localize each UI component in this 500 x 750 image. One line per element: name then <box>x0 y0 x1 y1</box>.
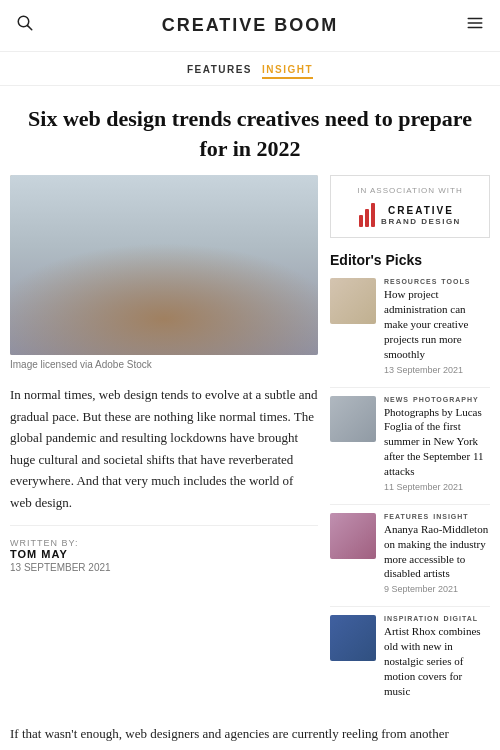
pick-tag: DIGITAL <box>444 615 478 622</box>
site-title: CREATIVE BOOM <box>34 15 466 36</box>
pick-meta-1: NEWSPHOTOGRAPHYPhotographs by Lucas Fogl… <box>384 396 490 492</box>
bar-1 <box>359 215 363 227</box>
pick-tag: TOOLS <box>441 278 470 285</box>
pick-thumb-0 <box>330 278 376 324</box>
pick-tag: PHOTOGRAPHY <box>413 396 479 403</box>
pick-item-1[interactable]: NEWSPHOTOGRAPHYPhotographs by Lucas Fogl… <box>330 396 490 492</box>
breadcrumb: FEATURES INSIGHT <box>0 52 500 86</box>
svg-line-1 <box>28 26 32 30</box>
bar-2 <box>365 209 369 227</box>
author-label: WRITTEN BY: <box>10 538 318 548</box>
editors-picks-list: RESOURCESTOOLSHow project administration… <box>330 278 490 701</box>
article-date: 13 SEPTEMBER 2021 <box>10 562 318 573</box>
pick-thumb-3 <box>330 615 376 661</box>
article-body-1: In normal times, web design tends to evo… <box>10 378 318 513</box>
pick-divider <box>330 504 490 505</box>
pick-item-3[interactable]: INSPIRATIONDIGITALArtist Rhox combines o… <box>330 615 490 701</box>
content-area: Image licensed via Adobe Stock In normal… <box>0 175 500 713</box>
pick-divider <box>330 606 490 607</box>
brand-sub: BRAND DESIGN <box>381 217 461 227</box>
image-caption: Image licensed via Adobe Stock <box>10 355 318 378</box>
brand-bars-icon <box>359 203 375 227</box>
editors-picks-title: Editor's Picks <box>330 252 490 268</box>
main-column: Image licensed via Adobe Stock In normal… <box>10 175 318 713</box>
pick-date: 9 September 2021 <box>384 584 490 594</box>
association-label: IN ASSOCIATION WITH <box>339 186 481 195</box>
pick-tag: NEWS <box>384 396 409 403</box>
site-header: CREATIVE BOOM <box>0 0 500 52</box>
brand-name-block: CREATIVE BRAND DESIGN <box>381 205 461 227</box>
association-box: IN ASSOCIATION WITH CREATIVE BRAND DESIG… <box>330 175 490 238</box>
pick-tag: RESOURCES <box>384 278 437 285</box>
breadcrumb-features[interactable]: FEATURES <box>187 62 252 79</box>
bar-3 <box>371 203 375 227</box>
pick-tag: FEATURES <box>384 513 429 520</box>
pick-meta-0: RESOURCESTOOLSHow project administration… <box>384 278 490 374</box>
pick-item-2[interactable]: FEATURESINSIGHTAnanya Rao-Middleton on m… <box>330 513 490 594</box>
breadcrumb-insight[interactable]: INSIGHT <box>262 62 313 79</box>
main-image <box>10 175 318 355</box>
pick-divider <box>330 387 490 388</box>
brand-name: CREATIVE <box>381 205 461 217</box>
pick-meta-2: FEATURESINSIGHTAnanya Rao-Middleton on m… <box>384 513 490 594</box>
pick-thumb-2 <box>330 513 376 559</box>
author-block: WRITTEN BY: TOM MAY 13 SEPTEMBER 2021 <box>10 525 318 579</box>
pick-item-0[interactable]: RESOURCESTOOLSHow project administration… <box>330 278 490 374</box>
pick-title[interactable]: Photographs by Lucas Foglia of the first… <box>384 405 490 479</box>
pick-tag: INSIGHT <box>433 513 468 520</box>
pick-meta-3: INSPIRATIONDIGITALArtist Rhox combines o… <box>384 615 490 701</box>
pick-tag: INSPIRATION <box>384 615 440 622</box>
pick-thumb-1 <box>330 396 376 442</box>
pick-title[interactable]: How project administration can make your… <box>384 287 490 361</box>
article-body-2: If that wasn't enough, web designers and… <box>0 713 500 750</box>
pick-date: 13 September 2021 <box>384 365 490 375</box>
pick-title[interactable]: Ananya Rao-Middleton on making the indus… <box>384 522 490 581</box>
sidebar: IN ASSOCIATION WITH CREATIVE BRAND DESIG… <box>330 175 490 713</box>
author-name[interactable]: TOM MAY <box>10 548 318 560</box>
brand-logo: CREATIVE BRAND DESIGN <box>339 203 481 227</box>
search-icon[interactable] <box>16 14 34 37</box>
menu-icon[interactable] <box>466 14 484 37</box>
article-title: Six web design trends creatives need to … <box>0 86 500 175</box>
pick-date: 11 September 2021 <box>384 482 490 492</box>
pick-title[interactable]: Artist Rhox combines old with new in nos… <box>384 624 490 698</box>
